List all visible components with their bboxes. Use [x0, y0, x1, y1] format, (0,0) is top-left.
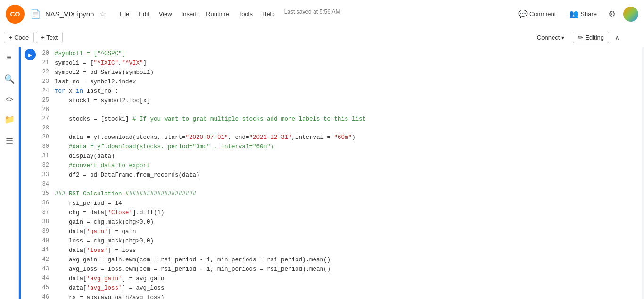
sidebar-search-icon[interactable]: 🔍 — [2, 72, 17, 86]
menu-tools[interactable]: Tools — [235, 8, 256, 19]
star-icon[interactable]: ☆ — [99, 9, 106, 18]
share-icon: 👥 — [569, 9, 578, 18]
line-43: 43 avg_loss = loss.ewm(com = rsi_period … — [40, 265, 642, 274]
colab-logo[interactable]: CO — [6, 5, 25, 24]
menu-runtime[interactable]: Runtime — [202, 8, 232, 19]
left-sidebar: ≡ 🔍 <> 📁 ☰ — [0, 47, 19, 299]
line-39: 39 data['gain'] = gain — [40, 227, 642, 236]
line-29: 29 data = yf.download(stocks, start="202… — [40, 133, 642, 142]
line-44: 44 data['avg_gain'] = avg_gain — [40, 274, 642, 283]
file-icon: 📄 — [30, 9, 41, 19]
connect-button[interactable]: Connect ▾ — [532, 32, 569, 43]
sidebar-code-icon[interactable]: <> — [3, 94, 15, 105]
code-editor[interactable]: ▶ 20 #symbol1 = ["^GSPC"] 21 symbol1 = [… — [19, 47, 642, 299]
run-button-area: ▶ — [21, 47, 40, 60]
pencil-icon: ✏ — [578, 34, 583, 41]
last-saved: Last saved at 5:56 AM — [284, 8, 340, 19]
code-cell[interactable]: ▶ 20 #symbol1 = ["^GSPC"] 21 symbol1 = [… — [19, 47, 642, 299]
line-25: 25 stock1 = symbol2.loc[x] — [40, 96, 642, 105]
line-27: 27 stocks = [stock1] # If you want to gr… — [40, 114, 642, 124]
add-text-button[interactable]: + Text — [36, 32, 63, 43]
line-26: 26 — [40, 105, 642, 114]
sidebar-list-icon[interactable]: ☰ — [4, 134, 15, 148]
file-name[interactable]: NAS_VIX.ipynb — [45, 10, 94, 18]
connect-chevron-icon: ▾ — [561, 34, 564, 41]
settings-icon: ⚙ — [608, 9, 616, 19]
menu-file[interactable]: File — [116, 8, 133, 19]
line-28: 28 — [40, 124, 642, 133]
line-20: 20 #symbol1 = ["^GSPC"] — [40, 49, 642, 58]
line-23: 23 last_no = symbol2.index — [40, 77, 642, 87]
topbar-right: 💬 Comment 👥 Share ⚙ — [514, 7, 638, 22]
code-content[interactable]: 20 #symbol1 = ["^GSPC"] 21 symbol1 = ["^… — [40, 47, 642, 299]
share-button[interactable]: 👥 Share — [565, 8, 601, 20]
menu-help[interactable]: Help — [258, 8, 279, 19]
menu-view[interactable]: View — [155, 8, 176, 19]
sidebar-files-icon[interactable]: 📁 — [2, 113, 17, 127]
line-46: 46 rs = abs(avg_gain/avg_loss) — [40, 293, 642, 299]
topbar: CO 📄 NAS_VIX.ipynb ☆ File Edit View Inse… — [0, 0, 644, 28]
line-22: 22 symbol2 = pd.Series(symbol1) — [40, 68, 642, 77]
settings-button[interactable]: ⚙ — [606, 7, 618, 21]
line-35: 35 ### RSI Calculation #################… — [40, 189, 642, 199]
vertical-divider — [642, 47, 644, 299]
toolbar-right: Connect ▾ ✏ Editing ∧ — [532, 32, 621, 43]
editing-mode-button[interactable]: ✏ Editing — [573, 32, 609, 43]
line-42: 42 avg_gain = gain.ewm(com = rsi_period … — [40, 255, 642, 265]
line-32: 32 #convert data to export — [40, 161, 642, 170]
line-36: 36 rsi_period = 14 — [40, 199, 642, 208]
line-33: 33 df2 = pd.DataFrame.from_records(data) — [40, 170, 642, 180]
line-41: 41 data['loss'] = loss — [40, 246, 642, 255]
line-31: 31 display(data) — [40, 152, 642, 161]
collapse-button[interactable]: ∧ — [613, 32, 621, 43]
add-code-button[interactable]: + Code — [4, 32, 34, 43]
menu-edit[interactable]: Edit — [135, 8, 153, 19]
line-34: 34 — [40, 180, 642, 189]
line-45: 45 data['avg_loss'] = avg_loss — [40, 283, 642, 293]
line-21: 21 symbol1 = ["^IXIC","^VIX"] — [40, 58, 642, 68]
line-24: 24 for x in last_no : — [40, 87, 642, 96]
line-40: 40 loss = chg.mask(chg>0,0) — [40, 236, 642, 246]
comment-button[interactable]: 💬 Comment — [514, 8, 560, 20]
user-avatar[interactable] — [623, 7, 638, 22]
run-button[interactable]: ▶ — [25, 49, 36, 60]
line-37: 37 chg = data['Close'].diff(1) — [40, 208, 642, 218]
main-area: ≡ 🔍 <> 📁 ☰ ▶ 20 #symbol1 = ["^GSPC"] 21 … — [0, 47, 644, 299]
sidebar-menu-icon[interactable]: ≡ — [5, 51, 14, 65]
line-30: 30 #data = yf.download(stocks, period="3… — [40, 142, 642, 152]
line-38: 38 gain = chg.mask(chg<0,0) — [40, 218, 642, 227]
comment-icon: 💬 — [518, 9, 528, 18]
toolbar: + Code + Text Connect ▾ ✏ Editing ∧ — [0, 28, 644, 47]
chevron-up-icon: ∧ — [615, 34, 619, 41]
menu-bar: File Edit View Insert Runtime Tools Help… — [116, 8, 511, 19]
menu-insert[interactable]: Insert — [178, 8, 201, 19]
